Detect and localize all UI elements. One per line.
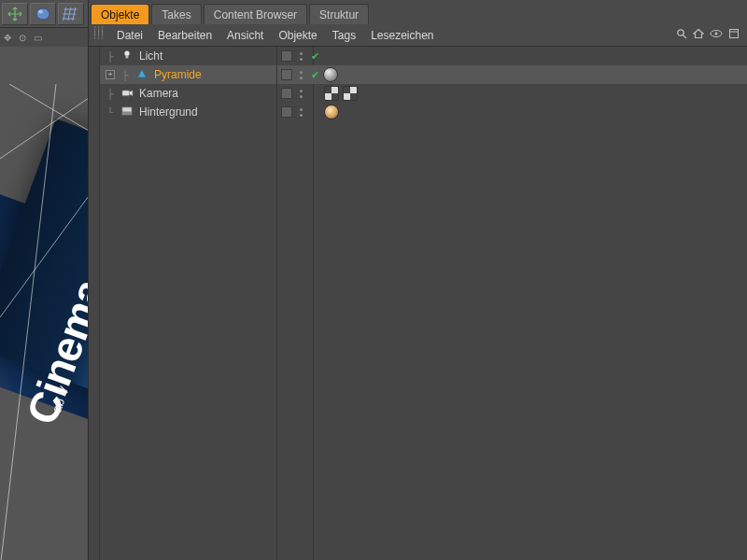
svg-point-6 bbox=[678, 30, 684, 35]
left-toolbar bbox=[0, 0, 88, 28]
visibility-toggle[interactable] bbox=[281, 106, 292, 118]
object-tags-column: ✔ ✔ bbox=[277, 47, 747, 560]
tag-row-hintergrund bbox=[277, 103, 747, 121]
material-tag-icon[interactable] bbox=[324, 105, 339, 119]
render-dots-icon[interactable] bbox=[296, 88, 305, 99]
expand-toggle-icon[interactable]: + bbox=[106, 70, 115, 79]
object-tree-column: ├ Licht + ├ Pyramide ├ bbox=[100, 47, 277, 560]
svg-point-16 bbox=[127, 95, 129, 97]
menu-ansicht[interactable]: Ansicht bbox=[219, 24, 271, 47]
panel-menu-icon[interactable] bbox=[728, 28, 740, 42]
svg-point-12 bbox=[124, 51, 129, 56]
visibility-toggle[interactable] bbox=[281, 88, 292, 99]
svg-point-9 bbox=[715, 33, 718, 35]
menu-datei[interactable]: Datei bbox=[109, 24, 150, 47]
visibility-toggle[interactable] bbox=[281, 50, 292, 62]
panel-grip-icon[interactable]: ┊┊┊┊┊┊ bbox=[92, 29, 104, 42]
layer-stripe bbox=[89, 47, 100, 560]
enabled-check-icon[interactable]: ✔ bbox=[311, 50, 319, 63]
compositing-tag-icon[interactable] bbox=[324, 86, 339, 101]
svg-rect-13 bbox=[126, 55, 129, 58]
material-tag-icon[interactable] bbox=[323, 67, 338, 82]
svg-rect-18 bbox=[122, 112, 132, 116]
render-dots-icon[interactable] bbox=[296, 69, 305, 80]
menu-tags[interactable]: Tags bbox=[325, 24, 363, 47]
panel-tab-bar: Objekte Takes Content Browser Struktur bbox=[89, 0, 747, 24]
object-manager-menu-bar: ┊┊┊┊┊┊ Datei Bearbeiten Ansicht Objekte … bbox=[89, 24, 747, 47]
compositing-tag-icon[interactable] bbox=[343, 86, 358, 101]
tab-takes[interactable]: Takes bbox=[151, 4, 201, 24]
pyramid-icon bbox=[135, 68, 148, 81]
light-icon bbox=[120, 49, 134, 63]
svg-line-2 bbox=[9, 84, 88, 131]
svg-line-7 bbox=[684, 35, 686, 38]
visibility-toggle[interactable] bbox=[281, 69, 292, 80]
render-dots-icon[interactable] bbox=[296, 50, 305, 62]
tool-move-icon[interactable] bbox=[2, 3, 28, 25]
left-column: ✥ ⊙ ▭ Cinema ab V bbox=[0, 0, 89, 560]
svg-point-15 bbox=[123, 95, 125, 97]
svg-point-0 bbox=[36, 8, 49, 20]
camera-icon bbox=[120, 88, 134, 100]
left-toolbar-secondary: ✥ ⊙ ▭ bbox=[0, 28, 88, 47]
menu-bearbeiten[interactable]: Bearbeiten bbox=[150, 24, 219, 47]
tag-row-licht: ✔ bbox=[277, 47, 747, 65]
viewport[interactable]: Cinema ab V bbox=[0, 47, 88, 560]
render-dots-icon[interactable] bbox=[296, 106, 305, 118]
background-icon bbox=[120, 105, 134, 119]
object-manager-body: ├ Licht + ├ Pyramide ├ bbox=[89, 47, 747, 560]
object-name-label: Kamera bbox=[139, 87, 178, 100]
tree-branch-icon: ├ bbox=[120, 70, 130, 80]
tag-row-kamera bbox=[277, 84, 747, 103]
tag-column-divider bbox=[313, 47, 314, 560]
tool-grid-icon[interactable] bbox=[58, 3, 84, 25]
object-row-licht[interactable]: ├ Licht bbox=[100, 47, 276, 65]
object-manager-panel: Objekte Takes Content Browser Struktur ┊… bbox=[89, 0, 747, 560]
eye-icon[interactable] bbox=[710, 28, 723, 42]
object-name-label: Pyramide bbox=[154, 68, 202, 81]
svg-point-1 bbox=[38, 9, 43, 13]
svg-rect-10 bbox=[730, 30, 739, 38]
svg-rect-14 bbox=[122, 91, 130, 96]
object-name-label: Licht bbox=[139, 49, 162, 63]
object-row-kamera[interactable]: ├ Kamera bbox=[100, 84, 276, 103]
home-icon[interactable] bbox=[693, 28, 704, 42]
tree-branch-icon: ├ bbox=[106, 89, 115, 99]
tag-row-pyramide: ✔ bbox=[277, 65, 747, 84]
object-row-hintergrund[interactable]: └ Hintergrund bbox=[100, 103, 276, 121]
tab-struktur[interactable]: Struktur bbox=[309, 4, 369, 24]
axis-toggle-icon[interactable]: ✥ bbox=[4, 33, 11, 43]
tab-objekte[interactable]: Objekte bbox=[91, 4, 149, 24]
search-icon[interactable] bbox=[676, 28, 687, 42]
object-name-label: Hintergrund bbox=[139, 105, 198, 119]
misc-toggle-icon[interactable]: ▭ bbox=[34, 33, 42, 43]
menu-objekte[interactable]: Objekte bbox=[271, 24, 324, 47]
enabled-check-icon[interactable]: ✔ bbox=[311, 69, 319, 81]
tree-branch-icon: └ bbox=[106, 107, 115, 118]
menu-lesezeichen[interactable]: Lesezeichen bbox=[363, 24, 441, 47]
tab-content-browser[interactable]: Content Browser bbox=[204, 4, 307, 24]
object-row-pyramide[interactable]: + ├ Pyramide bbox=[100, 65, 276, 84]
snap-toggle-icon[interactable]: ⊙ bbox=[19, 33, 26, 43]
tree-branch-icon: ├ bbox=[106, 51, 115, 62]
tool-live-select-icon[interactable] bbox=[30, 3, 56, 25]
